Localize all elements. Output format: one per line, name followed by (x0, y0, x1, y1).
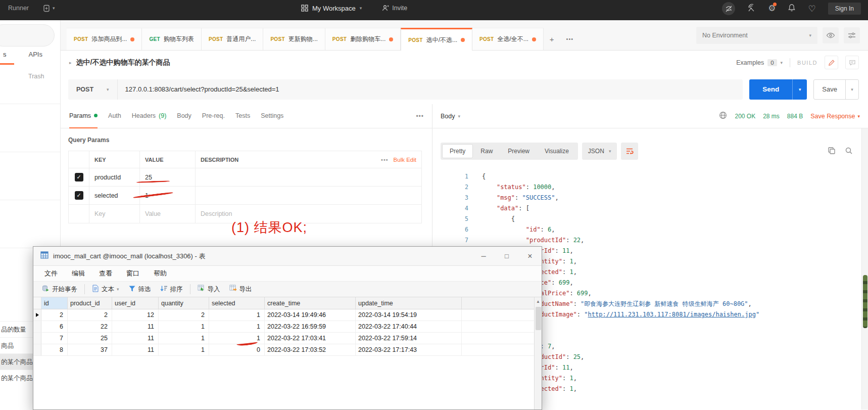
request-section-tab[interactable]: Headers(9) (132, 104, 167, 128)
scroll-up-arrow-icon[interactable]: ▲ (535, 297, 542, 304)
close-button[interactable]: × (518, 247, 542, 266)
wrap-text-icon[interactable] (621, 143, 638, 160)
request-section-tab[interactable]: Body (177, 104, 191, 128)
response-view-tab[interactable]: Pretty (442, 144, 473, 158)
sign-in-button[interactable]: Sign In (828, 3, 861, 15)
table-row[interactable]: 2212212022-03-14 19:49:462022-03-14 19:5… (33, 309, 542, 321)
toolbar-button-sort[interactable]: 排序 (156, 282, 187, 297)
table-cell[interactable]: 12 (112, 309, 159, 321)
table-cell[interactable]: 11 (112, 344, 159, 355)
param-description-field[interactable] (195, 168, 421, 186)
method-selector[interactable]: POST (68, 86, 117, 93)
table-row[interactable]: 62211112022-03-22 16:59:592022-03-22 17:… (33, 321, 542, 333)
param-checkbox[interactable] (69, 191, 89, 200)
request-tab[interactable]: GET购物车列表 (142, 28, 201, 50)
table-cell[interactable]: 2 (68, 309, 112, 321)
table-cell[interactable]: 2 (41, 309, 68, 321)
toolbar-button-filter[interactable]: 筛选 (124, 282, 156, 297)
param-description-field[interactable] (195, 187, 421, 204)
examples-dropdown[interactable]: Examples 0 (736, 59, 783, 66)
scrollbar-thumb[interactable] (863, 275, 867, 328)
param-value-field[interactable]: 25 (139, 168, 195, 186)
minimize-button[interactable]: ─ (472, 247, 495, 266)
save-response-button[interactable]: Save Response (810, 113, 860, 120)
table-cell[interactable]: 2022-03-22 17:03:41 (265, 333, 356, 344)
table-cell[interactable]: 1 (159, 344, 209, 355)
table-row[interactable]: 83711102022-03-22 17:03:522022-03-22 17:… (33, 344, 542, 356)
request-section-tab[interactable]: Pre-req. (202, 104, 225, 128)
environment-quick-look-eye-icon[interactable] (823, 27, 839, 43)
table-cell[interactable]: 22 (68, 321, 112, 332)
heart-icon[interactable]: ♡ (808, 5, 815, 13)
satellite-icon[interactable] (747, 4, 756, 14)
toolbar-button-export[interactable]: 导出 (225, 282, 257, 297)
table-cell[interactable]: 0 (209, 344, 265, 355)
table-cell[interactable]: 2022-03-22 16:59:59 (265, 321, 356, 332)
table-cell[interactable]: 2 (159, 309, 209, 321)
table-cell[interactable]: 2022-03-22 17:17:43 (356, 344, 462, 355)
param-value-placeholder[interactable]: Value (139, 205, 195, 223)
collapse-caret-icon[interactable] (69, 60, 72, 65)
table-cell[interactable]: 8 (41, 344, 68, 355)
request-tab[interactable]: POST选中/不选... (401, 28, 472, 51)
request-tab[interactable]: POST普通用户... (202, 28, 263, 50)
request-section-tab[interactable]: Tests (235, 104, 250, 128)
column-header[interactable]: quantity (159, 297, 209, 309)
checked-checkbox-icon[interactable] (75, 191, 83, 200)
new-tab-button[interactable]: + (544, 28, 560, 50)
table-cell[interactable]: 2022-03-14 19:49:46 (265, 309, 356, 321)
json-url-link[interactable]: http://111.231.103.117:8081/images/haish… (588, 311, 756, 318)
menu-item[interactable]: 窗口 (119, 269, 147, 278)
scrollbar-thumb[interactable] (536, 307, 541, 330)
table-cell[interactable]: 1 (159, 321, 209, 332)
save-button[interactable]: Save (814, 80, 845, 99)
sidebar-trash-link[interactable]: Trash (28, 73, 44, 80)
response-view-tab[interactable]: Visualize (537, 144, 576, 158)
table-cell[interactable]: 2022-03-14 19:54:19 (356, 309, 462, 321)
workspace-switcher[interactable]: My Workspace (301, 5, 362, 12)
table-cell[interactable]: 25 (68, 333, 112, 344)
table-cell[interactable]: 2022-03-22 17:40:44 (356, 321, 462, 332)
send-button[interactable]: Send (749, 79, 792, 100)
table-cell[interactable]: 6 (41, 321, 68, 332)
param-checkbox[interactable] (69, 173, 89, 181)
edit-pencil-icon[interactable] (825, 56, 838, 69)
search-response-icon[interactable] (845, 147, 853, 157)
runner-label[interactable]: Runner (8, 5, 29, 12)
table-cell[interactable]: 37 (68, 344, 112, 355)
response-view-tab[interactable]: Preview (500, 144, 537, 158)
request-tab[interactable]: POST更新购物... (263, 28, 325, 50)
param-key-field[interactable]: productId (89, 168, 139, 186)
sync-off-icon[interactable] (722, 2, 735, 15)
column-header[interactable]: create_time (265, 297, 356, 309)
environment-settings-sliders-icon[interactable] (844, 27, 860, 43)
table-cell[interactable]: 11 (112, 333, 159, 344)
column-header[interactable]: product_id (68, 297, 112, 309)
toolbar-button-import[interactable]: 导入 (193, 282, 225, 297)
url-input[interactable]: 127.0.0.1:8083/cart/select?productId=25&… (118, 85, 279, 93)
params-more-button[interactable]: ••• (381, 157, 389, 163)
invite-button[interactable]: Invite (382, 5, 407, 12)
table-cell[interactable]: 1 (159, 333, 209, 344)
table-cell[interactable]: 7 (41, 333, 68, 344)
request-tab[interactable]: POST删除购物车... (325, 28, 401, 50)
menu-item[interactable]: 编辑 (65, 269, 92, 278)
column-header[interactable]: id (41, 297, 68, 309)
column-header[interactable]: selected (209, 297, 265, 309)
toolbar-button-transaction[interactable]: 开始事务 (37, 282, 82, 297)
bulk-edit-button[interactable]: Bulk Edit (394, 157, 416, 163)
table-cell[interactable]: 2022-03-22 17:03:52 (265, 344, 356, 355)
response-format-dropdown[interactable]: JSON (582, 143, 617, 160)
request-section-tab[interactable]: Params (69, 104, 98, 128)
copy-response-icon[interactable] (828, 147, 836, 157)
environment-selector[interactable]: No Environment (696, 27, 817, 44)
checked-checkbox-icon[interactable] (75, 173, 83, 181)
tab-options-button[interactable]: ••• (560, 28, 580, 50)
response-view-tab[interactable]: Raw (473, 144, 500, 158)
column-header[interactable]: update_time (356, 297, 462, 309)
request-tab[interactable]: POST全选/全不... (472, 28, 544, 50)
sidebar-search-pill[interactable] (0, 24, 55, 47)
column-header[interactable]: user_id (112, 297, 159, 309)
table-cell[interactable]: 1 (209, 309, 265, 321)
menu-item[interactable]: 查看 (92, 269, 119, 278)
